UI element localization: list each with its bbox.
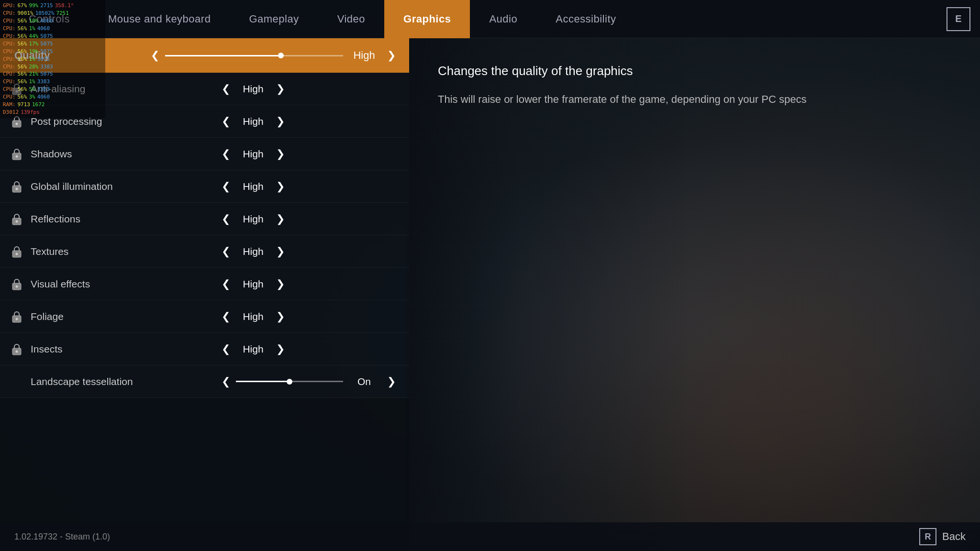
svg-point-15 — [16, 318, 18, 320]
landscape-tessellation-fill — [236, 381, 290, 382]
foliage-control: ❮ High ❯ — [218, 311, 400, 322]
shadows-label: Shadows — [31, 148, 218, 160]
landscape-tessellation-value: On — [345, 376, 383, 387]
reflections-control: ❮ High ❯ — [218, 213, 400, 225]
main-container: Controls Mouse and keyboard Gameplay Vid… — [0, 0, 980, 551]
landscape-tessellation-next[interactable]: ❯ — [383, 376, 400, 387]
global-illumination-next[interactable]: ❯ — [272, 181, 289, 192]
lock-icon-global-illumination — [10, 179, 24, 194]
svg-point-9 — [16, 220, 18, 222]
lock-icon-shadows — [10, 147, 24, 161]
foliage-prev[interactable]: ❮ — [218, 311, 234, 322]
shadows-next[interactable]: ❯ — [272, 149, 289, 159]
lock-icon-foliage — [10, 309, 24, 324]
shadows-value: High — [234, 148, 272, 160]
tab-gameplay[interactable]: Gameplay — [230, 0, 318, 38]
global-illumination-label: Global illumination — [31, 181, 218, 192]
setting-row-foliage[interactable]: Foliage ❮ High ❯ — [0, 300, 409, 333]
global-illumination-value: High — [234, 181, 272, 192]
post-processing-next[interactable]: ❯ — [272, 116, 289, 127]
visual-effects-next[interactable]: ❯ — [272, 279, 289, 289]
setting-row-visual-effects[interactable]: Visual effects ❮ High ❯ — [0, 268, 409, 300]
foliage-next[interactable]: ❯ — [272, 311, 289, 322]
visual-effects-label: Visual effects — [31, 278, 218, 290]
setting-row-textures[interactable]: Textures ❮ High ❯ — [0, 235, 409, 268]
landscape-tessellation-control: ❮ On ❯ — [218, 376, 400, 387]
slider-track — [165, 55, 343, 56]
reflections-value: High — [234, 213, 272, 225]
back-key: R — [919, 528, 936, 545]
insects-control: ❮ High ❯ — [218, 343, 400, 355]
shadows-control: ❮ High ❯ — [218, 148, 400, 160]
global-illumination-prev[interactable]: ❮ — [218, 181, 234, 192]
quality-control: ❮ High ❯ — [147, 49, 400, 62]
svg-point-11 — [16, 253, 18, 255]
insects-value: High — [234, 343, 272, 355]
svg-point-17 — [16, 350, 18, 353]
textures-next[interactable]: ❯ — [272, 246, 289, 257]
setting-row-shadows[interactable]: Shadows ❮ High ❯ — [0, 138, 409, 170]
debug-overlay: GPU:67%99%2715358.1° CPU:9001%10502%7251… — [0, 0, 105, 118]
quality-slider[interactable] — [163, 55, 345, 56]
back-button[interactable]: R Back — [919, 528, 966, 545]
no-lock-landscape — [10, 375, 24, 389]
anti-aliasing-prev[interactable]: ❮ — [218, 84, 234, 94]
quality-next-button[interactable]: ❯ — [383, 50, 400, 61]
info-description: This will raise or lower the framerate o… — [438, 91, 951, 108]
landscape-tessellation-slider[interactable] — [234, 381, 345, 382]
landscape-tessellation-prev[interactable]: ❮ — [218, 376, 234, 387]
e-key-button[interactable]: E — [947, 7, 970, 31]
insects-next[interactable]: ❯ — [272, 344, 289, 354]
reflections-next[interactable]: ❯ — [272, 214, 289, 224]
visual-effects-control: ❮ High ❯ — [218, 278, 400, 290]
lock-icon-visual-effects — [10, 277, 24, 291]
content-area: Quality ❮ High ❯ — [0, 38, 980, 551]
tab-accessibility[interactable]: Accessibility — [536, 0, 635, 38]
info-panel: Changes the quality of the graphics This… — [409, 38, 980, 551]
foliage-value: High — [234, 311, 272, 322]
visual-effects-prev[interactable]: ❮ — [218, 279, 234, 289]
visual-effects-value: High — [234, 278, 272, 290]
global-illumination-control: ❮ High ❯ — [218, 181, 400, 192]
tab-mouse-keyboard[interactable]: Mouse and keyboard — [89, 0, 230, 38]
tab-audio[interactable]: Audio — [470, 0, 536, 38]
insects-label: Insects — [31, 343, 218, 355]
setting-row-global-illumination[interactable]: Global illumination ❮ High ❯ — [0, 170, 409, 203]
post-processing-prev[interactable]: ❮ — [218, 116, 234, 127]
foliage-label: Foliage — [31, 311, 218, 322]
svg-point-5 — [16, 155, 18, 157]
tab-graphics[interactable]: Graphics — [384, 0, 470, 38]
back-label: Back — [942, 530, 966, 543]
post-processing-value: High — [234, 116, 272, 127]
lock-icon-reflections — [10, 212, 24, 226]
tab-video[interactable]: Video — [318, 0, 384, 38]
landscape-tessellation-thumb — [287, 379, 292, 385]
setting-row-landscape-tessellation[interactable]: Landscape tessellation ❮ On ❯ — [0, 365, 409, 398]
anti-aliasing-control: ❮ High ❯ — [218, 83, 400, 95]
anti-aliasing-next[interactable]: ❯ — [272, 84, 289, 94]
textures-label: Textures — [31, 246, 218, 257]
svg-point-3 — [16, 122, 18, 125]
info-title: Changes the quality of the graphics — [438, 62, 951, 79]
shadows-prev[interactable]: ❮ — [218, 149, 234, 159]
bottom-bar: 1.02.19732 - Steam (1.0) R Back — [0, 522, 980, 551]
quality-value: High — [345, 49, 383, 62]
slider-thumb — [278, 53, 284, 58]
anti-aliasing-value: High — [234, 83, 272, 95]
reflections-prev[interactable]: ❮ — [218, 214, 234, 224]
quality-prev-button[interactable]: ❮ — [147, 50, 163, 61]
setting-row-insects[interactable]: Insects ❮ High ❯ — [0, 333, 409, 365]
landscape-tessellation-label: Landscape tessellation — [31, 376, 218, 387]
lock-icon-textures — [10, 244, 24, 259]
lock-icon-insects — [10, 342, 24, 356]
svg-point-13 — [16, 285, 18, 287]
textures-prev[interactable]: ❮ — [218, 246, 234, 257]
insects-prev[interactable]: ❮ — [218, 344, 234, 354]
setting-row-reflections[interactable]: Reflections ❮ High ❯ — [0, 203, 409, 235]
textures-control: ❮ High ❯ — [218, 246, 400, 257]
svg-point-7 — [16, 187, 18, 190]
reflections-label: Reflections — [31, 213, 218, 225]
nav-bar: Controls Mouse and keyboard Gameplay Vid… — [0, 0, 980, 38]
slider-fill — [165, 55, 281, 56]
landscape-tessellation-track — [236, 381, 343, 382]
